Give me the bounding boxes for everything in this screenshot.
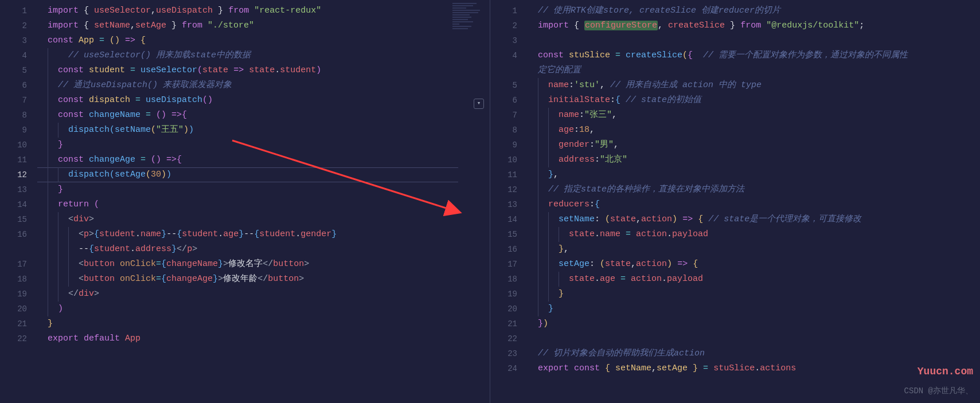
left-editor-pane[interactable]: ▾ 12345678910111213141516171819202122 im…: [0, 0, 490, 403]
watermark-csdn: CSDN @亦世凡华、: [904, 386, 973, 396]
split-editor: ▾ 12345678910111213141516171819202122 im…: [0, 0, 980, 403]
watermark-yuucn: Yuucn.com: [917, 366, 973, 377]
gutter-right: 123456789101112131415161718192021222324: [490, 0, 528, 376]
right-editor-pane[interactable]: 123456789101112131415161718192021222324 …: [490, 0, 980, 403]
code-area-right[interactable]: 123456789101112131415161718192021222324 …: [490, 0, 980, 376]
minimap-left[interactable]: [452, 3, 487, 37]
gutter-left: 12345678910111213141516171819202122: [0, 0, 37, 346]
fold-icon[interactable]: ▾: [474, 99, 484, 109]
lines-right[interactable]: // 使用RTK创建store, createSlice 创建reducer的切…: [528, 0, 980, 376]
lines-left[interactable]: import { useSelector,useDispatch } from …: [37, 0, 490, 346]
code-area-left[interactable]: 12345678910111213141516171819202122 impo…: [0, 0, 490, 346]
